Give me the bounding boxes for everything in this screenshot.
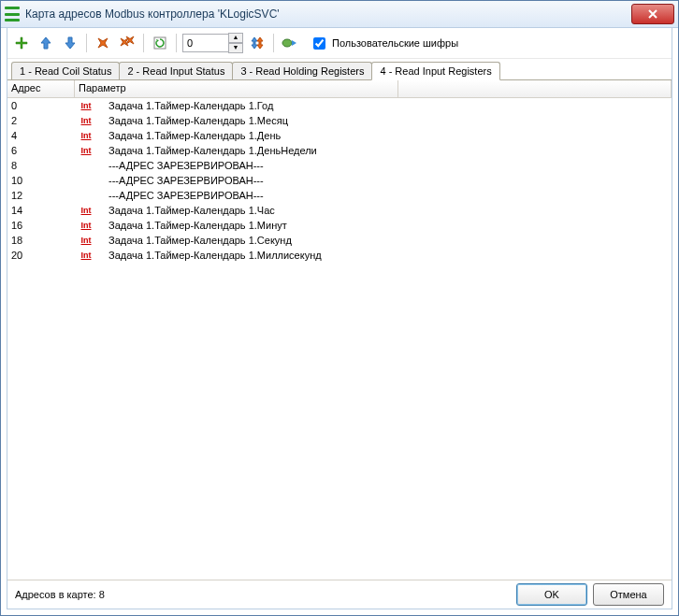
- cell-address: 18: [7, 235, 75, 246]
- table-row[interactable]: 14IntЗадача 1.Таймер-Календарь 1.Час: [7, 203, 672, 218]
- grid-header: Адрес Параметр: [7, 80, 672, 98]
- cipher-button[interactable]: [280, 33, 300, 53]
- plus-icon: [14, 36, 29, 50]
- delete-icon: [95, 36, 110, 50]
- spinner-down-button[interactable]: ▼: [228, 43, 243, 53]
- parameter-text: Задача 1.Таймер-Календарь 1.Час: [108, 205, 275, 216]
- move-up-button[interactable]: [36, 33, 56, 53]
- cell-address: 16: [7, 220, 75, 231]
- parameter-text: Задача 1.Таймер-Календарь 1.Миллисекунд: [108, 250, 322, 261]
- cell-address: 14: [7, 205, 75, 216]
- refresh-icon: [152, 36, 167, 50]
- separator: [273, 34, 274, 52]
- int-type-icon: Int: [79, 221, 94, 230]
- cell-parameter: IntЗадача 1.Таймер-Календарь 1.Месяц: [75, 115, 672, 126]
- separator: [143, 34, 144, 52]
- table-row[interactable]: 18IntЗадача 1.Таймер-Календарь 1.Секунд: [7, 233, 672, 248]
- refresh-button[interactable]: [150, 33, 170, 53]
- int-type-icon: Int: [79, 236, 94, 245]
- move-down-button[interactable]: [60, 33, 80, 53]
- ok-button[interactable]: OK: [516, 583, 587, 606]
- tab-1[interactable]: 2 - Read Input Status: [119, 62, 233, 79]
- checkbox-input[interactable]: [313, 37, 325, 50]
- user-ciphers-checkbox[interactable]: Пользовательские шифры: [310, 35, 458, 52]
- parameter-text: Задача 1.Таймер-Календарь 1.ДеньНедели: [108, 145, 317, 156]
- table-row[interactable]: 16IntЗадача 1.Таймер-Календарь 1.Минут: [7, 218, 672, 233]
- tab-0[interactable]: 1 - Read Coil Status: [11, 62, 120, 79]
- int-type-icon: Int: [79, 131, 94, 140]
- int-type-icon: Int: [79, 206, 94, 215]
- parameter-text: Задача 1.Таймер-Календарь 1.Год: [108, 100, 273, 111]
- arrow-up-icon: [38, 36, 53, 50]
- tab-strip: 1 - Read Coil Status2 - Read Input Statu…: [7, 59, 672, 79]
- table-row[interactable]: 10---АДРЕС ЗАРЕЗЕРВИРОВАН---: [7, 173, 672, 188]
- close-button[interactable]: [631, 4, 674, 24]
- cell-parameter: ---АДРЕС ЗАРЕЗЕРВИРОВАН---: [75, 160, 672, 171]
- spinner-up-button[interactable]: ▲: [228, 33, 243, 43]
- int-type-icon: Int: [79, 146, 94, 155]
- cell-address: 20: [7, 250, 75, 261]
- delete-button[interactable]: [93, 33, 113, 53]
- app-icon: [5, 7, 20, 21]
- cell-parameter: IntЗадача 1.Таймер-Календарь 1.Секунд: [75, 235, 672, 246]
- cipher-icon: [282, 36, 298, 50]
- apply-offset-button[interactable]: [247, 33, 267, 53]
- separator: [86, 34, 87, 52]
- statusbar: Адресов в карте: 8 OK Отмена: [7, 580, 672, 609]
- grid: Адрес Параметр 0IntЗадача 1.Таймер-Кален…: [7, 79, 672, 580]
- delete-multi-icon: [119, 36, 136, 50]
- cell-address: 10: [7, 175, 75, 186]
- table-row[interactable]: 6IntЗадача 1.Таймер-Календарь 1.ДеньНеде…: [7, 143, 672, 158]
- int-type-icon: Int: [79, 116, 94, 125]
- cancel-button[interactable]: Отмена: [593, 583, 664, 606]
- parameter-text: Задача 1.Таймер-Календарь 1.Месяц: [108, 115, 288, 126]
- status-text: Адресов в карте: 8: [15, 589, 511, 600]
- cell-parameter: ---АДРЕС ЗАРЕЗЕРВИРОВАН---: [75, 190, 672, 201]
- parameter-text: ---АДРЕС ЗАРЕЗЕРВИРОВАН---: [108, 160, 264, 171]
- table-row[interactable]: 20IntЗадача 1.Таймер-Календарь 1.Миллисе…: [7, 248, 672, 263]
- tab-3[interactable]: 4 - Read Input Registers: [371, 62, 499, 80]
- int-type-icon: Int: [79, 101, 94, 110]
- titlebar: Карта адресов Modbus контроллера 'KLogic…: [1, 1, 678, 28]
- table-row[interactable]: 8---АДРЕС ЗАРЕЗЕРВИРОВАН---: [7, 158, 672, 173]
- add-button[interactable]: [11, 33, 32, 53]
- separator: [176, 34, 177, 52]
- toolbar: ▲ ▼ Пользовательские шифры: [7, 28, 672, 59]
- cell-address: 2: [7, 115, 75, 126]
- column-header-extra[interactable]: [398, 80, 672, 97]
- table-row[interactable]: 2IntЗадача 1.Таймер-Календарь 1.Месяц: [7, 113, 672, 128]
- arrows-updown-icon: [250, 36, 265, 50]
- delete-all-button[interactable]: [117, 33, 137, 53]
- column-header-parameter[interactable]: Параметр: [75, 80, 398, 97]
- parameter-text: Задача 1.Таймер-Календарь 1.Секунд: [108, 235, 292, 246]
- offset-input[interactable]: [182, 34, 229, 52]
- cell-parameter: ---АДРЕС ЗАРЕЗЕРВИРОВАН---: [75, 175, 672, 186]
- cell-parameter: IntЗадача 1.Таймер-Календарь 1.Минут: [75, 220, 672, 231]
- parameter-text: Задача 1.Таймер-Календарь 1.День: [108, 130, 281, 141]
- parameter-text: ---АДРЕС ЗАРЕЗЕРВИРОВАН---: [108, 190, 264, 201]
- cell-parameter: IntЗадача 1.Таймер-Календарь 1.Миллисеку…: [75, 250, 672, 261]
- window: Карта адресов Modbus контроллера 'KLogic…: [0, 0, 679, 616]
- int-type-icon: Int: [79, 251, 94, 260]
- cell-address: 4: [7, 130, 75, 141]
- offset-spinner[interactable]: ▲ ▼: [182, 33, 243, 53]
- cell-parameter: IntЗадача 1.Таймер-Календарь 1.Час: [75, 205, 672, 216]
- cell-address: 0: [7, 100, 75, 111]
- cell-address: 12: [7, 190, 75, 201]
- svg-point-1: [282, 39, 292, 47]
- window-title: Карта адресов Modbus контроллера 'KLogic…: [25, 7, 631, 21]
- close-icon: [648, 9, 657, 19]
- cell-parameter: IntЗадача 1.Таймер-Календарь 1.Год: [75, 100, 672, 111]
- arrow-down-icon: [63, 36, 78, 50]
- table-row[interactable]: 12---АДРЕС ЗАРЕЗЕРВИРОВАН---: [7, 188, 672, 203]
- cell-parameter: IntЗадача 1.Таймер-Календарь 1.День: [75, 130, 672, 141]
- parameter-text: Задача 1.Таймер-Календарь 1.Минут: [108, 220, 287, 231]
- grid-body[interactable]: 0IntЗадача 1.Таймер-Календарь 1.Год2IntЗ…: [7, 98, 672, 580]
- table-row[interactable]: 4IntЗадача 1.Таймер-Календарь 1.День: [7, 128, 672, 143]
- cell-address: 6: [7, 145, 75, 156]
- tab-2[interactable]: 3 - Read Holding Registers: [232, 62, 372, 79]
- table-row[interactable]: 0IntЗадача 1.Таймер-Календарь 1.Год: [7, 98, 672, 113]
- column-header-address[interactable]: Адрес: [7, 80, 75, 97]
- cell-address: 8: [7, 160, 75, 171]
- client-area: ▲ ▼ Пользовательские шифры 1 - Read Coil…: [7, 27, 672, 609]
